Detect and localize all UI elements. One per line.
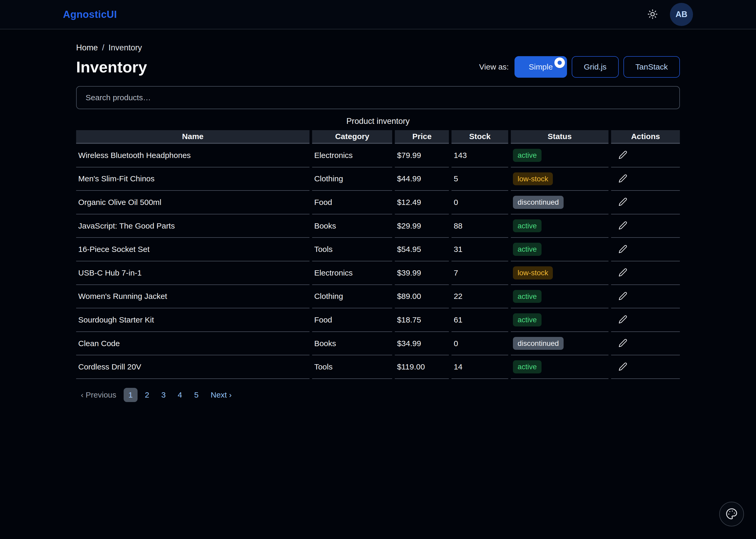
view-as-label: View as: <box>479 62 509 71</box>
cell-status: active <box>511 238 609 261</box>
cell-stock: 31 <box>452 238 508 261</box>
cell-status: low-stock <box>511 167 609 191</box>
edit-button[interactable] <box>618 244 629 255</box>
breadcrumb-current: Inventory <box>109 43 142 52</box>
cell-status: active <box>511 285 609 309</box>
table-header: NameCategoryPriceStockStatusActions <box>76 130 680 144</box>
cell-stock: 7 <box>452 261 508 285</box>
cell-name: Cordless Drill 20V <box>76 355 309 379</box>
table-row: Men's Slim-Fit Chinos Clothing $44.99 5 … <box>76 167 680 191</box>
breadcrumb-separator: / <box>102 43 105 52</box>
cell-category: Books <box>312 214 392 238</box>
view-button-simple[interactable]: Simple <box>515 56 567 78</box>
cell-stock: 61 <box>452 308 508 332</box>
top-navbar: AgnosticUI AB <box>0 0 756 30</box>
cell-name: JavaScript: The Good Parts <box>76 214 309 238</box>
edit-button[interactable] <box>618 173 629 185</box>
theme-palette-button[interactable] <box>719 502 744 526</box>
cell-name: Women's Running Jacket <box>76 285 309 309</box>
view-button-tanstack-label: TanStack <box>635 62 668 71</box>
cell-price: $79.99 <box>395 144 449 167</box>
cell-actions <box>611 308 680 332</box>
edit-button[interactable] <box>618 314 629 326</box>
navbar-right: AB <box>647 3 693 26</box>
search-input[interactable] <box>76 86 680 109</box>
pencil-icon <box>619 362 628 372</box>
view-button-tanstack[interactable]: TanStack <box>624 56 680 78</box>
cell-actions <box>611 191 680 214</box>
cell-actions <box>611 167 680 191</box>
cell-stock: 5 <box>452 167 508 191</box>
edit-button[interactable] <box>618 361 629 373</box>
edit-button[interactable] <box>618 220 629 232</box>
inventory-table: Product inventory NameCategoryPriceStock… <box>73 116 683 379</box>
title-row: Inventory View as: Simple Grid.js TanSta… <box>76 56 680 78</box>
pencil-icon <box>619 268 628 278</box>
cell-price: $34.99 <box>395 332 449 355</box>
edit-button[interactable] <box>618 290 629 302</box>
page-button-2[interactable]: 2 <box>140 388 154 402</box>
status-badge: active <box>513 219 542 233</box>
cell-status: active <box>511 144 609 167</box>
column-header-name: Name <box>76 130 309 144</box>
pagination-pages: 12345 <box>124 388 203 402</box>
column-header-stock: Stock <box>452 130 508 144</box>
cell-stock: 22 <box>452 285 508 309</box>
status-badge: active <box>513 243 542 256</box>
edit-button[interactable] <box>618 338 629 349</box>
status-badge: low-stock <box>513 267 553 279</box>
cell-category: Electronics <box>312 261 392 285</box>
column-header-price: Price <box>395 130 449 144</box>
status-badge: low-stock <box>513 172 553 186</box>
pencil-icon <box>619 291 628 301</box>
cell-actions <box>611 238 680 261</box>
page-button-4[interactable]: 4 <box>173 388 187 402</box>
cell-status: active <box>511 355 609 379</box>
previous-page-button[interactable]: ‹ Previous <box>76 388 121 402</box>
active-view-indicator-icon <box>554 57 565 68</box>
column-header-category: Category <box>312 130 392 144</box>
cell-price: $39.99 <box>395 261 449 285</box>
cell-name: Organic Olive Oil 500ml <box>76 191 309 214</box>
cell-price: $18.75 <box>395 308 449 332</box>
view-button-gridjs-label: Grid.js <box>584 62 607 71</box>
app-logo[interactable]: AgnosticUI <box>63 9 117 20</box>
edit-button[interactable] <box>618 267 629 279</box>
table-row: Sourdough Starter Kit Food $18.75 61 act… <box>76 308 680 332</box>
cell-category: Food <box>312 191 392 214</box>
view-button-gridjs[interactable]: Grid.js <box>572 56 619 78</box>
edit-button[interactable] <box>618 149 629 161</box>
cell-category: Books <box>312 332 392 355</box>
cell-actions <box>611 261 680 285</box>
cell-price: $54.95 <box>395 238 449 261</box>
cell-stock: 88 <box>452 214 508 238</box>
cell-stock: 143 <box>452 144 508 167</box>
table-header-row: NameCategoryPriceStockStatusActions <box>76 130 680 144</box>
page-content: Home / Inventory Inventory View as: Simp… <box>76 30 680 402</box>
page-button-5[interactable]: 5 <box>190 388 204 402</box>
cell-stock: 14 <box>452 355 508 379</box>
edit-button[interactable] <box>618 196 629 208</box>
cell-status: discontinued <box>511 332 609 355</box>
cell-actions <box>611 285 680 309</box>
next-page-button[interactable]: Next › <box>206 388 236 402</box>
cell-status: active <box>511 308 609 332</box>
breadcrumb-home[interactable]: Home <box>76 43 98 52</box>
pagination: ‹ Previous 12345 Next › <box>76 388 680 402</box>
status-badge: discontinued <box>513 337 563 350</box>
page-button-1[interactable]: 1 <box>124 388 137 402</box>
column-header-actions: Actions <box>611 130 680 144</box>
table-row: Women's Running Jacket Clothing $89.00 2… <box>76 285 680 309</box>
inventory-table-wrap: Product inventory NameCategoryPriceStock… <box>76 116 680 379</box>
pencil-icon <box>619 221 628 231</box>
page-button-3[interactable]: 3 <box>156 388 170 402</box>
avatar[interactable]: AB <box>670 3 693 26</box>
pencil-icon <box>619 174 628 184</box>
column-header-status: Status <box>511 130 609 144</box>
table-row: Clean Code Books $34.99 0 discontinued <box>76 332 680 355</box>
cell-name: Sourdough Starter Kit <box>76 308 309 332</box>
theme-toggle-button[interactable] <box>647 9 658 20</box>
table-row: Organic Olive Oil 500ml Food $12.49 0 di… <box>76 191 680 214</box>
cell-name: 16-Piece Socket Set <box>76 238 309 261</box>
status-badge: active <box>513 360 542 373</box>
